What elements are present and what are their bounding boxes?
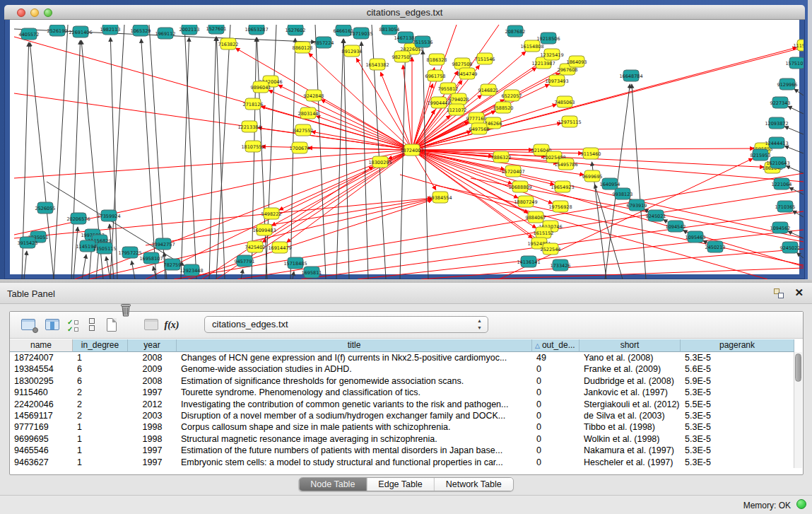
table-row[interactable]: 946554611997Estimation of the future num… bbox=[10, 445, 794, 456]
citation-edge-red[interactable] bbox=[312, 132, 412, 150]
citation-edge-black[interactable] bbox=[796, 252, 804, 258]
citation-edge-red[interactable] bbox=[14, 150, 412, 178]
column-header-year[interactable]: year bbox=[128, 339, 177, 352]
cell-year: 1997 bbox=[128, 445, 177, 456]
citation-edge-black[interactable] bbox=[24, 251, 27, 279]
citation-edge-black[interactable] bbox=[131, 261, 135, 279]
citation-edge-black[interactable] bbox=[293, 271, 294, 279]
table-row[interactable]: 1830029562008Estimation of significance … bbox=[10, 375, 794, 387]
column-header-out_degree[interactable]: △out_de... bbox=[532, 339, 579, 352]
memory-status-icon[interactable] bbox=[796, 499, 806, 509]
table-settings-icon[interactable] bbox=[20, 317, 38, 334]
import-table-icon[interactable] bbox=[143, 317, 161, 334]
cell-out_degree: 0 bbox=[532, 445, 579, 456]
graph-node-label: 1864093 bbox=[567, 59, 587, 65]
column-header-short[interactable]: short bbox=[579, 339, 681, 352]
graph-node-label: 9245022 bbox=[780, 245, 801, 251]
citation-edge-black[interactable] bbox=[788, 231, 804, 238]
graph-node-label: 6794028 bbox=[449, 97, 469, 103]
citation-edge-black[interactable] bbox=[110, 25, 124, 279]
cell-name: 9115460 bbox=[10, 387, 73, 398]
graph-node-label: 19218506 bbox=[536, 36, 560, 42]
citation-edge-red[interactable] bbox=[412, 150, 804, 267]
graph-node-label: 16099483 bbox=[252, 228, 276, 233]
citation-edge-black[interactable] bbox=[784, 127, 804, 134]
function-builder-icon[interactable]: f(x) bbox=[163, 317, 181, 334]
table-row[interactable]: 1938455462009Genome-wide association stu… bbox=[10, 363, 794, 375]
citation-edge-red[interactable] bbox=[308, 148, 412, 150]
table-row[interactable]: 946362711997Embryonic stem cells: a mode… bbox=[10, 457, 794, 468]
citation-edge-black[interactable] bbox=[423, 50, 428, 279]
citation-edge-black[interactable] bbox=[106, 257, 110, 279]
graph-node-label: 7425402 bbox=[245, 245, 266, 250]
citation-edge-black[interactable] bbox=[343, 39, 349, 279]
citation-edge-red[interactable] bbox=[412, 150, 804, 182]
citation-edge-black[interactable] bbox=[789, 187, 804, 194]
table-row[interactable]: 969969511998Structural magnetic resonanc… bbox=[10, 433, 794, 445]
citation-edge-red[interactable] bbox=[279, 150, 412, 210]
citation-edge-black[interactable] bbox=[788, 106, 804, 114]
network-window[interactable]: citations_edges.txt 18724007716382288601… bbox=[4, 5, 805, 279]
tab-edge-table[interactable]: Edge Table bbox=[367, 478, 434, 491]
graph-node-label: 8813054 bbox=[379, 27, 400, 33]
row-height-icon[interactable] bbox=[83, 317, 102, 334]
citation-network-graph[interactable]: 1872400771638228860128891293423226058982… bbox=[4, 5, 812, 284]
new-column-icon[interactable] bbox=[103, 317, 122, 334]
tab-network-table[interactable]: Network Table bbox=[435, 478, 513, 491]
citation-edge-red[interactable] bbox=[485, 268, 804, 279]
column-header-pagerank[interactable]: pagerank bbox=[681, 339, 794, 352]
cell-title: Tourette syndrome. Phenomenology and cla… bbox=[177, 387, 532, 398]
graph-node-label: 8454749 bbox=[457, 71, 478, 77]
scrollbar-thumb[interactable] bbox=[795, 354, 801, 382]
citation-edge-black[interactable] bbox=[184, 25, 196, 279]
table-row[interactable]: 977716911998Corpus callosum shape and si… bbox=[10, 421, 794, 433]
cell-name: 22420046 bbox=[10, 399, 73, 410]
citation-edge-black[interactable] bbox=[266, 25, 276, 279]
graph-node-label: 17957225 bbox=[118, 250, 141, 256]
citation-edge-black[interactable] bbox=[336, 39, 343, 279]
column-header-in_degree[interactable]: in_degree bbox=[73, 339, 128, 352]
graph-node-label: 10973493 bbox=[545, 78, 568, 84]
tab-node-table[interactable]: Node Table bbox=[299, 478, 367, 491]
column-header-name[interactable]: name bbox=[10, 339, 73, 352]
citation-edge-black[interactable] bbox=[315, 25, 326, 279]
citation-edge-black[interactable] bbox=[632, 84, 646, 279]
show-column-icon[interactable] bbox=[44, 317, 62, 334]
citation-edge-black[interactable] bbox=[794, 89, 804, 95]
citation-edge-black[interactable] bbox=[241, 269, 243, 279]
table-body[interactable]: 1872400712008Changes of HCN gene express… bbox=[10, 352, 794, 468]
graph-node-label: 1969112 bbox=[155, 31, 176, 37]
citation-edge-black[interactable] bbox=[400, 46, 406, 279]
graph-node-label: 13942757 bbox=[151, 242, 175, 247]
citation-edge-black[interactable] bbox=[209, 37, 216, 279]
cell-title: Changes of HCN gene expression and I(f) … bbox=[177, 352, 532, 363]
citation-edge-black[interactable] bbox=[181, 37, 189, 279]
cell-name: 19384554 bbox=[10, 363, 73, 375]
citation-edge-red[interactable] bbox=[381, 72, 412, 150]
graph-node-label: 18807249 bbox=[514, 199, 537, 205]
close-panel-icon[interactable]: ✕ bbox=[794, 286, 804, 299]
cell-out_degree: 0 bbox=[532, 457, 579, 468]
float-panel-icon[interactable] bbox=[774, 288, 784, 298]
citation-edge-red[interactable] bbox=[412, 150, 804, 238]
table-row[interactable]: 1872400712008Changes of HCN gene express… bbox=[10, 352, 794, 363]
citation-edge-black[interactable] bbox=[54, 25, 68, 279]
citation-edge-red[interactable] bbox=[400, 175, 767, 279]
citation-edge-black[interactable] bbox=[786, 166, 804, 173]
delete-column-icon[interactable] bbox=[123, 317, 141, 334]
graph-node-label: 18300295 bbox=[368, 160, 392, 165]
graph-node-label: 9115460 bbox=[581, 151, 601, 157]
citation-edge-black[interactable] bbox=[784, 146, 804, 153]
graph-node-label: 3915423 bbox=[18, 240, 38, 246]
citation-edge-black[interactable] bbox=[73, 227, 78, 279]
table-vertical-scrollbar[interactable] bbox=[794, 352, 802, 468]
cell-title: Genome-wide association studies in ADHD. bbox=[177, 363, 532, 375]
graph-node-label: 16914479 bbox=[268, 245, 291, 251]
select-columns-icon[interactable]: ✓ ✓ bbox=[65, 317, 83, 334]
column-header-title[interactable]: title bbox=[177, 339, 532, 352]
table-row[interactable]: 911546021997Tourette syndrome. Phenomeno… bbox=[10, 387, 794, 398]
table-row[interactable]: 1456911722003Disruption of a novel membe… bbox=[10, 410, 794, 421]
network-canvas[interactable]: 1872400771638228860128891293423226058982… bbox=[10, 20, 799, 274]
table-selector-dropdown[interactable]: citations_edges.txt ▲▼ bbox=[204, 316, 488, 333]
table-row[interactable]: 2242004622012Investigating the contribut… bbox=[10, 399, 794, 410]
